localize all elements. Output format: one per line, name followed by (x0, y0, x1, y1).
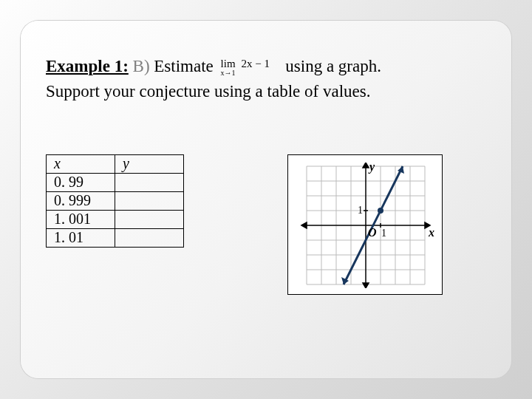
cell-y (115, 191, 184, 210)
limit-expression: lim x→1 2x − 1 (221, 56, 279, 80)
axis-label-y: y (368, 163, 375, 174)
content-row: x y 0. 99 0. 999 1. 001 1. 01 (46, 154, 486, 295)
table-row: 0. 999 (47, 191, 184, 210)
origin-label: O (368, 226, 377, 239)
axis-label-x: x (428, 226, 434, 239)
cell-x: 0. 99 (47, 173, 115, 191)
tick-label-x: 1 (381, 228, 386, 239)
cell-y (115, 210, 184, 228)
table-row: 1. 001 (47, 210, 184, 228)
cell-x: 0. 999 (47, 191, 115, 210)
values-table: x y 0. 99 0. 999 1. 001 1. 01 (46, 154, 184, 248)
prompt-before-math: Estimate (154, 57, 213, 75)
col-header-x: x (47, 154, 115, 173)
lim-sub: x→1 (221, 68, 236, 78)
part-label: B) (133, 57, 150, 75)
highlight-point-icon (378, 208, 383, 214)
cell-y (115, 173, 184, 191)
tick-label-y: 1 (358, 205, 363, 216)
svg-marker-20 (363, 163, 369, 168)
problem-prompt: Example 1: B) Estimate lim x→1 2x − 1 us… (46, 55, 486, 103)
cell-y (115, 228, 184, 247)
content-panel: Example 1: B) Estimate lim x→1 2x − 1 us… (21, 21, 511, 378)
example-title: Example 1: (46, 57, 129, 75)
cell-x: 1. 001 (47, 210, 115, 228)
slide: Example 1: B) Estimate lim x→1 2x − 1 us… (0, 0, 532, 399)
table-row: 0. 99 (47, 173, 184, 191)
table-header-row: x y (47, 154, 184, 173)
lim-expr: 2x − 1 (242, 56, 270, 71)
table-row: 1. 01 (47, 228, 184, 247)
cell-x: 1. 01 (47, 228, 115, 247)
col-header-y: y (115, 154, 184, 173)
prompt-after-math: using a graph. (285, 57, 381, 75)
graph-svg: y x O 1 1 (296, 163, 436, 288)
prompt-line2: Support your conjecture using a table of… (46, 82, 370, 100)
svg-marker-19 (301, 222, 307, 228)
graph-figure: y x O 1 1 (287, 154, 443, 295)
svg-marker-21 (363, 283, 369, 288)
